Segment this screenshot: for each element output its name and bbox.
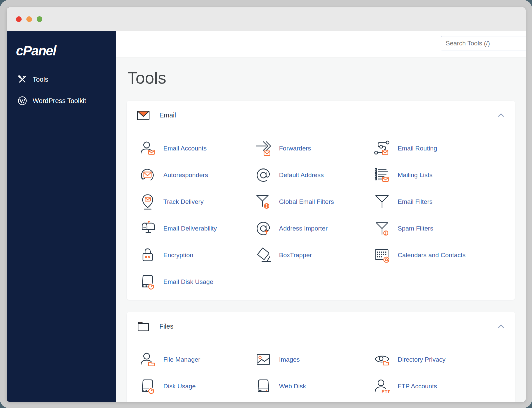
address-importer-icon [255,220,272,237]
directory-privacy-icon [374,351,391,368]
cpanel-logo: cPanel [16,43,116,59]
tool-item-mailing-lists[interactable]: Mailing Lists [361,162,515,188]
section-files: FilesFile ManagerImagesDirectory Privacy… [127,312,515,402]
email-deliverability-icon [139,220,157,237]
tool-item-spam-filters[interactable]: Spam Filters [361,215,515,242]
tool-item-label: Email Accounts [163,145,207,152]
ftp-accounts-icon: FTP [374,378,391,395]
tool-item-label: Track Delivery [163,198,204,206]
section-email-header[interactable]: Email [127,101,515,130]
email-disk-usage-icon [139,274,157,290]
sidebar-item-label: Tools [33,76,48,83]
default-address-icon [255,167,272,183]
wordpress-icon [17,96,27,106]
content-header [116,31,526,57]
sections-container: EmailEmail AccountsForwardersEmail Routi… [127,101,515,402]
tool-item-email-accounts[interactable]: Email Accounts [127,135,242,162]
track-delivery-icon [139,193,157,210]
tool-item-label: FTP Accounts [398,383,437,390]
boxtrapper-icon [255,247,272,264]
maximize-window-button[interactable] [37,16,42,22]
images-icon [255,351,272,368]
section-email-grid: Email AccountsForwardersEmail RoutingAut… [127,130,515,300]
tool-item-encryption[interactable]: Encryption [127,242,242,269]
calendars-contacts-icon [374,247,391,264]
tool-item-label: Mailing Lists [398,171,433,179]
tool-item-email-filters[interactable]: Email Filters [361,188,515,215]
tool-item-label: Address Importer [279,225,328,232]
tool-item-track-delivery[interactable]: Track Delivery [127,188,242,215]
tool-item-email-routing[interactable]: Email Routing [361,135,515,162]
autoresponders-icon [139,167,157,183]
tool-item-label: Email Disk Usage [163,278,213,286]
email-accounts-icon [139,140,157,157]
page-backdrop: cPanel ToolsWordPress Toolkit Tools Emai… [0,0,532,408]
tool-item-calendars-and-contacts[interactable]: Calendars and Contacts [361,242,515,269]
chevron-up-icon[interactable] [497,323,505,331]
window-titlebar [7,7,526,31]
file-manager-icon [139,351,157,368]
page-title: Tools [127,67,515,89]
sidebar-item-wordpress-toolkit[interactable]: WordPress Toolkit [7,94,116,107]
app-window: cPanel ToolsWordPress Toolkit Tools Emai… [7,7,526,402]
tool-item-disk-usage[interactable]: Disk Usage [127,373,242,400]
tool-item-directory-privacy[interactable]: Directory Privacy [361,346,515,373]
tool-item-label: Default Address [279,171,324,179]
tool-item-label: Email Deliverability [163,225,217,232]
section-email: EmailEmail AccountsForwardersEmail Routi… [127,101,515,300]
tool-item-label: Encryption [163,252,193,259]
tool-item-autoresponders[interactable]: Autoresponders [127,162,242,188]
tool-item-label: Web Disk [279,383,306,390]
tool-item-email-deliverability[interactable]: Email Deliverability [127,215,242,242]
chevron-up-icon[interactable] [497,111,505,119]
page-scroll-area: Tools EmailEmail AccountsForwardersEmail… [116,57,526,402]
tool-item-forwarders[interactable]: Forwarders [242,135,361,162]
tool-item-global-email-filters[interactable]: Global Email Filters [242,188,361,215]
email-section-icon [137,109,150,122]
section-files-header[interactable]: Files [127,312,515,341]
tools-icon [17,74,27,84]
close-window-button[interactable] [16,16,22,22]
tool-item-label: Images [279,356,300,363]
tool-item-label: BoxTrapper [279,252,312,259]
tool-item-label: Email Routing [398,145,437,152]
email-filters-icon [374,193,391,210]
encryption-icon [139,247,157,264]
tool-item-label: Calendars and Contacts [398,252,466,259]
sidebar: cPanel ToolsWordPress Toolkit [7,31,116,402]
tool-item-file-manager[interactable]: File Manager [127,346,242,373]
svg-text:FTP: FTP [381,389,390,394]
tool-item-web-disk[interactable]: Web Disk [242,373,361,400]
tool-item-images[interactable]: Images [242,346,361,373]
section-files-grid: File ManagerImagesDirectory PrivacyDisk … [127,341,515,402]
window-body: cPanel ToolsWordPress Toolkit Tools Emai… [7,31,526,402]
web-disk-icon [255,378,272,395]
search-input[interactable] [441,36,526,50]
disk-usage-icon [139,378,157,395]
content-area: Tools EmailEmail AccountsForwardersEmail… [116,31,526,402]
section-label: Email [159,111,176,119]
tool-item-boxtrapper[interactable]: BoxTrapper [242,242,361,269]
tool-item-label: Global Email Filters [279,198,334,206]
spam-filters-icon [374,220,391,237]
tool-item-default-address[interactable]: Default Address [242,162,361,188]
forwarders-icon [255,140,272,157]
tool-item-label: Email Filters [398,198,433,206]
minimize-window-button[interactable] [26,16,32,22]
tool-item-address-importer[interactable]: Address Importer [242,215,361,242]
tool-item-email-disk-usage[interactable]: Email Disk Usage [127,269,242,295]
files-section-icon [137,320,150,333]
section-label: Files [159,323,173,330]
sidebar-item-tools[interactable]: Tools [7,73,116,86]
tool-item-label: Disk Usage [163,383,196,390]
sidebar-item-label: WordPress Toolkit [33,97,86,105]
tool-item-label: Spam Filters [398,225,433,232]
tool-item-label: File Manager [163,356,200,363]
tool-item-ftp-accounts[interactable]: FTPFTP Accounts [361,373,515,400]
mailing-lists-icon [374,167,391,183]
tool-item-label: Directory Privacy [398,356,446,363]
tool-item-label: Autoresponders [163,171,208,179]
global-email-filters-icon [255,193,272,210]
email-routing-icon [374,140,391,157]
sidebar-nav: ToolsWordPress Toolkit [7,73,116,107]
